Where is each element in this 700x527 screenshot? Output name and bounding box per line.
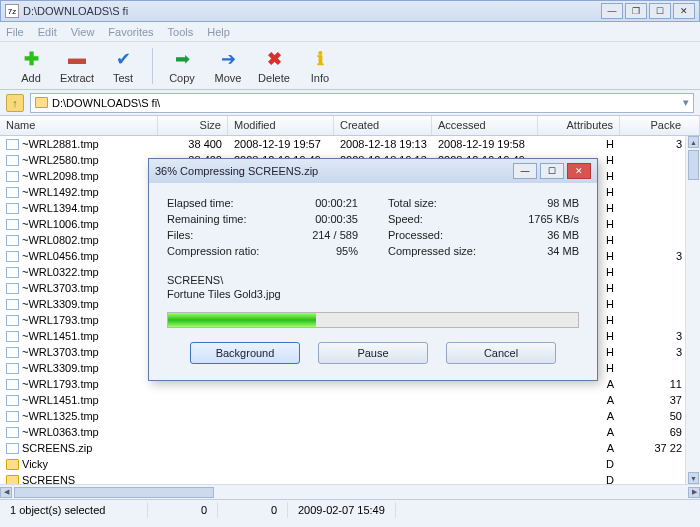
file-name: ~WRL3703.tmp xyxy=(22,346,99,358)
progress-path-dir: SCREENS\ xyxy=(167,273,579,287)
file-icon xyxy=(6,203,19,214)
menu-edit[interactable]: Edit xyxy=(38,26,57,38)
stat-value: 00:00:21 xyxy=(315,197,358,209)
minimize-button[interactable]: — xyxy=(601,3,623,19)
col-attributes[interactable]: Attributes xyxy=(538,116,620,135)
scroll-down-icon[interactable]: ▼ xyxy=(688,472,699,484)
table-row[interactable]: ~WRL2881.tmp38 4002008-12-19 19:572008-1… xyxy=(0,136,700,152)
add-button[interactable]: ✚Add xyxy=(8,48,54,84)
cell-created xyxy=(334,415,432,417)
file-icon xyxy=(6,267,19,278)
cell-size xyxy=(158,383,228,385)
file-icon xyxy=(6,187,19,198)
stat-label: Speed: xyxy=(388,213,423,225)
scroll-thumb[interactable] xyxy=(688,150,699,180)
cancel-button[interactable]: Cancel xyxy=(446,342,556,364)
move-button[interactable]: ➔Move xyxy=(205,48,251,84)
file-name: ~WRL1793.tmp xyxy=(22,314,99,326)
cell-created xyxy=(334,399,432,401)
restore-button[interactable]: ❐ xyxy=(625,3,647,19)
scroll-left-icon[interactable]: ◀ xyxy=(0,487,12,498)
cell-accessed xyxy=(432,383,538,385)
cell-size xyxy=(158,431,228,433)
pause-button[interactable]: Pause xyxy=(318,342,428,364)
menu-view[interactable]: View xyxy=(71,26,95,38)
cell-accessed xyxy=(432,447,538,449)
file-icon xyxy=(6,427,19,438)
address-input[interactable]: D:\DOWNLOADS\S fi\ ▾ xyxy=(30,93,694,113)
dialog-close-button[interactable]: ✕ xyxy=(567,163,591,179)
file-name: ~WRL1451.tmp xyxy=(22,394,99,406)
progress-bar xyxy=(167,312,579,328)
table-row[interactable]: ~WRL1325.tmpA50 xyxy=(0,408,700,424)
menu-tools[interactable]: Tools xyxy=(168,26,194,38)
col-modified[interactable]: Modified xyxy=(228,116,334,135)
file-name: ~WRL2881.tmp xyxy=(22,138,99,150)
col-accessed[interactable]: Accessed xyxy=(432,116,538,135)
folder-icon xyxy=(6,459,19,470)
dialog-title-bar[interactable]: 36% Compressing SCREENS.zip — ☐ ✕ xyxy=(149,159,597,183)
info-button[interactable]: ℹInfo xyxy=(297,48,343,84)
cell-modified xyxy=(228,383,334,385)
vertical-scrollbar[interactable]: ▲ ▼ xyxy=(685,136,700,484)
dialog-maximize-button[interactable]: ☐ xyxy=(540,163,564,179)
file-name: ~WRL3703.tmp xyxy=(22,282,99,294)
file-name: ~WRL0363.tmp xyxy=(22,426,99,438)
file-icon xyxy=(6,315,19,326)
file-icon xyxy=(6,171,19,182)
test-button[interactable]: ✔Test xyxy=(100,48,146,84)
list-header: Name Size Modified Created Accessed Attr… xyxy=(0,116,700,136)
title-bar: 7z D:\DOWNLOADS\S fi — ❐ ☐ ✕ xyxy=(0,0,700,22)
scroll-right-icon[interactable]: ▶ xyxy=(688,487,700,498)
copy-button[interactable]: ➡Copy xyxy=(159,48,205,84)
file-name: ~WRL3309.tmp xyxy=(22,362,99,374)
file-name: ~WRL1793.tmp xyxy=(22,378,99,390)
scroll-thumb-h[interactable] xyxy=(14,487,214,498)
background-button[interactable]: Background xyxy=(190,342,300,364)
app-icon: 7z xyxy=(5,4,19,18)
dropdown-icon[interactable]: ▾ xyxy=(683,96,689,109)
cell-size xyxy=(158,463,228,465)
menu-favorites[interactable]: Favorites xyxy=(108,26,153,38)
file-icon xyxy=(6,363,19,374)
stat-value: 214 / 589 xyxy=(312,229,358,241)
menu-file[interactable]: File xyxy=(6,26,24,38)
table-row[interactable]: SCREENSD xyxy=(0,472,700,484)
file-icon xyxy=(6,251,19,262)
col-size[interactable]: Size xyxy=(158,116,228,135)
col-created[interactable]: Created xyxy=(334,116,432,135)
cell-modified xyxy=(228,463,334,465)
horizontal-scrollbar[interactable]: ◀ ▶ xyxy=(0,484,700,499)
table-row[interactable]: VickyD xyxy=(0,456,700,472)
check-icon: ✔ xyxy=(112,48,134,70)
close-button[interactable]: ✕ xyxy=(673,3,695,19)
stat-label: Compression ratio: xyxy=(167,245,259,257)
scroll-up-icon[interactable]: ▲ xyxy=(688,136,699,148)
col-name[interactable]: Name xyxy=(0,116,158,135)
cell-attr: D xyxy=(538,457,620,471)
cell-modified xyxy=(228,399,334,401)
file-icon xyxy=(6,411,19,422)
extract-button[interactable]: ▬Extract xyxy=(54,48,100,84)
delete-button[interactable]: ✖Delete xyxy=(251,48,297,84)
table-row[interactable]: ~WRL0363.tmpA69 xyxy=(0,424,700,440)
file-name: ~WRL2098.tmp xyxy=(22,170,99,182)
file-icon xyxy=(6,283,19,294)
file-name: ~WRL0802.tmp xyxy=(22,234,99,246)
file-name: ~WRL1394.tmp xyxy=(22,202,99,214)
col-packed[interactable]: Packe xyxy=(620,116,700,135)
table-row[interactable]: SCREENS.zipA37 22 xyxy=(0,440,700,456)
file-name: ~WRL2580.tmp xyxy=(22,154,99,166)
dialog-minimize-button[interactable]: — xyxy=(513,163,537,179)
toolbar: ✚Add ▬Extract ✔Test ➡Copy ➔Move ✖Delete … xyxy=(0,42,700,90)
maximize-button[interactable]: ☐ xyxy=(649,3,671,19)
menu-bar: File Edit View Favorites Tools Help xyxy=(0,22,700,42)
address-bar: ↑ D:\DOWNLOADS\S fi\ ▾ xyxy=(0,90,700,116)
menu-help[interactable]: Help xyxy=(207,26,230,38)
file-icon xyxy=(6,395,19,406)
delete-icon: ✖ xyxy=(263,48,285,70)
cell-modified xyxy=(228,447,334,449)
up-folder-icon[interactable]: ↑ xyxy=(6,94,24,112)
table-row[interactable]: ~WRL1451.tmpA37 xyxy=(0,392,700,408)
file-name: ~WRL3309.tmp xyxy=(22,298,99,310)
